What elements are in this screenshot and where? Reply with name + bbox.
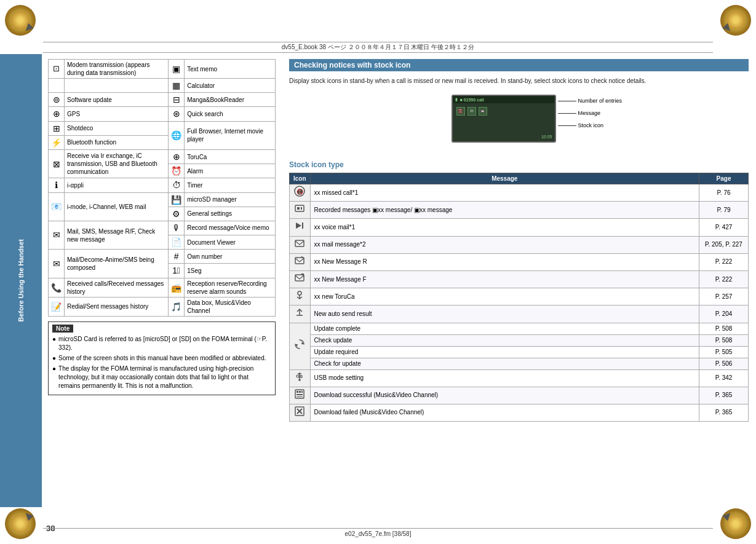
icon-cell: 📻: [169, 278, 185, 297]
col-header-page: Page: [699, 173, 749, 184]
phone-screen: ▮ ■ 01550 call 📵 ✉ 📼 10:05: [452, 95, 556, 143]
stock-message-update-3: Update required: [310, 346, 699, 358]
section-header-text: Checking notices with stock icon: [294, 61, 410, 69]
stock-page: P. 427: [699, 219, 749, 236]
stock-page: P. 222: [699, 270, 749, 288]
svg-rect-26: [296, 394, 303, 395]
stock-icon: [290, 288, 311, 306]
svg-rect-25: [301, 391, 303, 393]
note-text-3: The display for the FOMA terminal is man…: [58, 365, 271, 390]
table-row: 📞 Received calls/Received messages histo…: [49, 278, 276, 297]
stock-message: xx New Message F: [310, 270, 699, 288]
label-cell: Mail/Decome-Anime/SMS being composed: [65, 250, 169, 278]
label-cell: Record message/Voice memo: [185, 221, 276, 235]
icon-cell: ✉: [49, 221, 65, 249]
icon-cell: ⚡: [49, 135, 65, 149]
icon-cell: [49, 79, 65, 93]
svg-point-12: [298, 291, 301, 295]
label-cell: microSD manager: [185, 192, 276, 207]
phone-icon-3: 📼: [479, 107, 487, 116]
stock-table-row: Recorded messages ▣xx message/ ▣xx messa…: [290, 202, 749, 219]
icon-cell: 🌐: [169, 121, 185, 149]
stock-message: xx new ToruCa: [310, 288, 699, 306]
stock-message-update-2: Check update: [310, 334, 699, 346]
arrow-br: [723, 511, 733, 521]
icon-cell: ⊕: [169, 149, 185, 164]
section-description: Display stock icons in stand-by when a c…: [289, 76, 749, 85]
stock-message: xx mail message*2: [310, 236, 699, 253]
label-cell: i-mode, i-Channel, WEB mail: [65, 192, 169, 221]
label-cell: ToruCa: [185, 149, 276, 164]
stock-page: P. 257: [699, 288, 749, 306]
icon-cell: ⊛: [169, 107, 185, 121]
svg-rect-27: [296, 396, 303, 397]
stock-message: xx voice mail*1: [310, 219, 699, 236]
table-row: ⊚ Software update ⊟ Manga&BookReader: [49, 93, 276, 107]
svg-rect-7: [295, 240, 304, 246]
svg-rect-23: [296, 391, 298, 393]
stock-table-row-dl-fail: Download failed (Music&Video Channel) P.…: [290, 404, 749, 421]
stock-table-row: xx New Message F P. 222: [290, 270, 749, 288]
icon-cell: 💾: [169, 192, 185, 207]
icon-cell: ⊚: [49, 93, 65, 107]
icon-cell: #: [169, 250, 185, 264]
stock-message: New auto send result: [310, 306, 699, 323]
label-cell: Manga&BookReader: [185, 93, 276, 107]
note-text-2: Some of the screen shots in this manual …: [58, 354, 266, 363]
stock-page-dl-fail: P. 365: [699, 404, 749, 421]
col-header-icon: Icon: [290, 173, 311, 184]
stock-table-row: xx new ToruCa P. 257: [290, 288, 749, 306]
stock-table-row-update: Update complete P. 508: [290, 323, 749, 334]
icon-cell: ✉: [49, 250, 65, 278]
stock-table-row-update2: Check update P. 508: [290, 334, 749, 346]
stock-icon-dl-ok: [290, 387, 311, 404]
annotation-stock-icon: Stock icon: [558, 122, 604, 128]
table-row: ⊕ GPS ⊛ Quick search: [49, 107, 276, 121]
label-cell: Data box, Music&Video Channel: [185, 297, 276, 316]
icon-cell: 📄: [169, 235, 185, 250]
icon-cell: 🎙: [169, 221, 185, 235]
table-row: 📝 Redial/Sent messages history 🎵 Data bo…: [49, 297, 276, 316]
label-cell: Text memo: [185, 60, 276, 79]
stock-page-usb: P. 342: [699, 369, 749, 387]
icon-cell: ⊕: [49, 107, 65, 121]
label-cell: Software update: [65, 93, 169, 107]
footer: e02_dv55_7e.fm [38/58]: [43, 528, 713, 539]
table-row: ⊡ Modem transmission (appears during dat…: [49, 60, 276, 79]
icon-cell: ⊟: [169, 93, 185, 107]
icon-cell: ℹ: [49, 178, 65, 192]
label-cell: Received calls/Received messages history: [65, 278, 169, 297]
stock-page-update-2: P. 508: [699, 334, 749, 346]
icon-cell: 📝: [49, 297, 65, 316]
main-content: ⊡ Modem transmission (appears during dat…: [42, 54, 756, 507]
annotation-entries: Number of entries: [558, 98, 623, 104]
stock-icon-usb: [290, 369, 311, 387]
stock-page: P. 222: [699, 253, 749, 270]
sidebar: Before Using the Handset: [0, 54, 42, 507]
annotation-entries-label: Number of entries: [578, 98, 623, 104]
stock-table-row-update3: Update required P. 505: [290, 346, 749, 358]
label-cell: Reception reserve/Recording reserve alar…: [185, 278, 276, 297]
label-cell: Modem transmission (appears during data …: [65, 60, 169, 79]
stock-message-update-4: Check for update: [310, 358, 699, 369]
label-cell: Shotdeco: [65, 121, 169, 135]
arrow-bl: [23, 511, 33, 521]
stock-table-row-dl-ok: Download successful (Music&Video Channel…: [290, 387, 749, 404]
stock-icon-type-header: Stock icon type: [289, 160, 749, 169]
stock-message-usb: USB mode setting: [310, 369, 699, 387]
svg-text:📵: 📵: [296, 188, 304, 195]
stock-table-row: 📵 xx missed call*1 P. 76: [290, 184, 749, 202]
label-cell: 1Seg: [185, 264, 276, 278]
svg-rect-8: [295, 258, 304, 264]
stock-icon: [290, 253, 311, 270]
stock-page: P. 79: [699, 202, 749, 219]
phone-icon-2: ✉: [468, 107, 476, 116]
arrow-tr: [723, 23, 733, 33]
svg-rect-3: [297, 207, 300, 210]
stock-icon: [290, 219, 311, 236]
svg-marker-5: [296, 223, 301, 229]
note-text-1: microSD Card is referred to as [microSD]…: [58, 335, 271, 352]
table-row: ✉ Mail/Decome-Anime/SMS being composed #…: [49, 250, 276, 264]
note-item-1: ● microSD Card is referred to as [microS…: [52, 335, 271, 352]
stock-page-update-1: P. 508: [699, 323, 749, 334]
